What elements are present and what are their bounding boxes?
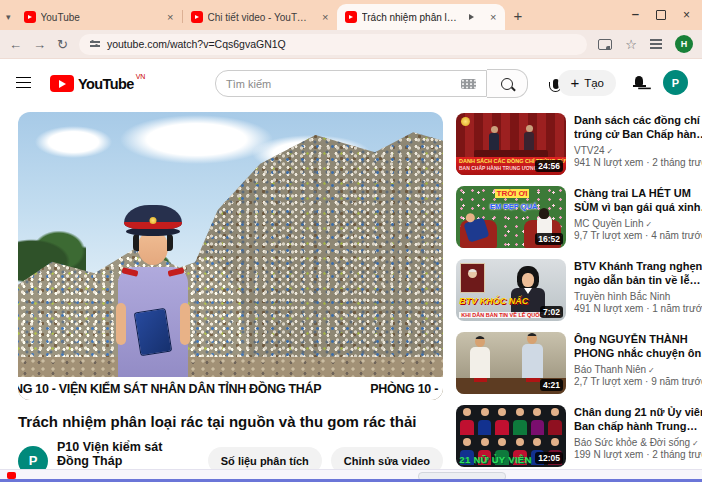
duration-badge: 7:02 <box>540 306 563 318</box>
tab-list-icon[interactable] <box>650 43 662 45</box>
video-thumbnail[interactable]: BTV KHÓC NẤC KHI DẪN BẢN TIN VỀ LỄ QUỐC … <box>456 259 566 321</box>
url-field[interactable]: youtube.com/watch?v=Cqs6gvaGN1Q <box>79 34 587 55</box>
video-player[interactable]: NG 10 - VIỆN KIỂM SÁT NHÂN DÂN TỈNH ĐỒNG… <box>18 112 443 400</box>
suggested-title[interactable]: Ông NGUYỄN THÀNH PHONG nhắc chuyện ông Đ… <box>574 332 702 361</box>
suggested-title[interactable]: Chân dung 21 nữ Ủy viên Ban chấp hành Tr… <box>574 405 702 434</box>
browser-profile-avatar[interactable]: H <box>675 35 693 53</box>
browser-window: ▾ YouTube × Chi tiết video - YouTube Stu… <box>0 0 702 482</box>
account-avatar[interactable]: P <box>663 70 688 95</box>
duration-badge: 4:21 <box>540 379 563 391</box>
keyboard-icon[interactable] <box>461 79 476 89</box>
cast-icon[interactable] <box>598 39 612 50</box>
thumbnail-caption: TRỜI ƠI <box>495 189 530 198</box>
suggested-title[interactable]: Danh sách các đồng chí trúng cử Ban Chấp… <box>574 113 702 142</box>
reload-icon[interactable]: ↻ <box>57 38 68 51</box>
channel-name[interactable]: P10 Viện kiểm sát Đồng Tháp <box>57 440 186 468</box>
plus-icon: + <box>570 74 579 91</box>
notifications-bell-icon[interactable] <box>633 76 646 89</box>
youtube-logo-text: YouTube <box>78 76 134 92</box>
youtube-logo[interactable]: YouTube VN <box>50 73 145 92</box>
video-info: BTV Khánh Trang nghẹn ngào dẫn bản tin v… <box>574 259 702 321</box>
video-info: Ông NGUYỄN THÀNH PHONG nhắc chuyện ông Đ… <box>574 332 702 394</box>
forward-icon[interactable]: → <box>33 38 46 51</box>
site-settings-icon[interactable] <box>90 41 100 43</box>
header-actions: + Tạo P <box>558 59 688 106</box>
video-thumbnail[interactable]: TRỜI ƠI EM ĐẸP QUÁ 16:52 <box>456 186 566 248</box>
maximize-button[interactable] <box>656 10 666 20</box>
tab-title: YouTube <box>41 12 80 23</box>
portrait <box>547 407 563 435</box>
video-thumbnail[interactable]: 4:21 <box>456 332 566 394</box>
tab-active-watch-page[interactable]: Trách nhiệm phân loại rác t... × <box>337 4 505 30</box>
suggested-channel[interactable]: Truyền hình Bắc Ninh <box>574 291 702 302</box>
face <box>138 231 168 265</box>
youtube-favicon <box>7 472 16 479</box>
hamburger-menu-icon[interactable] <box>16 82 31 84</box>
official-figure <box>522 344 543 378</box>
tab-search-chevron-icon[interactable]: ▾ <box>6 12 11 22</box>
suggested-meta: 941 N lượt xem · 2 tháng trước <box>574 157 702 168</box>
cap-emblem <box>149 217 156 224</box>
portrait <box>477 407 493 435</box>
bookmark-star-icon[interactable]: ☆ <box>625 38 637 51</box>
suggestions-sidebar: DANH SÁCH CÁC ĐỒNG CHÍ TRÚNG CỬ BAN CHẤP… <box>456 112 702 481</box>
search-button[interactable] <box>487 69 528 98</box>
thumbnail-caption: 21 NỮ ỦY VIÊN <box>459 454 531 465</box>
suggested-meta: 491 N lượt xem · 1 năm trước <box>574 303 702 314</box>
suggested-title[interactable]: BTV Khánh Trang nghẹn ngào dẫn bản tin v… <box>574 259 702 288</box>
name-plate <box>474 378 487 382</box>
video-thumbnail[interactable]: 21 NỮ ỦY VIÊN 12:05 <box>456 405 566 467</box>
tab-strip: ▾ YouTube × Chi tiết video - YouTube Stu… <box>0 0 702 30</box>
suggested-channel[interactable]: MC Quyền Linh✓ <box>574 218 702 229</box>
tab-youtube[interactable]: YouTube × <box>16 4 182 30</box>
suggested-video[interactable]: 21 NỮ ỦY VIÊN 12:05 Chân dung 21 nữ Ủy v… <box>456 405 702 467</box>
suggested-channel[interactable]: Báo Thanh Niên✓ <box>574 364 702 375</box>
cloud <box>120 115 273 164</box>
suggested-video[interactable]: TRỜI ƠI EM ĐẸP QUÁ 16:52 Chàng trai LA H… <box>456 186 702 248</box>
create-button[interactable]: + Tạo <box>558 70 616 96</box>
portraits-row <box>458 407 564 435</box>
portrait <box>512 407 528 435</box>
suggested-video[interactable]: 4:21 Ông NGUYỄN THÀNH PHONG nhắc chuyện … <box>456 332 702 394</box>
duration-badge: 16:52 <box>535 233 563 245</box>
video-thumbnail[interactable]: DANH SÁCH CÁC ĐỒNG CHÍ TRÚNG CỬ BAN CHẤP… <box>456 113 566 175</box>
search-icon <box>501 78 513 90</box>
youtube-favicon <box>191 11 203 23</box>
youtube-region-label: VN <box>136 73 146 80</box>
new-tab-button[interactable]: + <box>514 7 523 24</box>
thumbnail-caption: BTV KHÓC NẤC <box>459 296 528 306</box>
suggested-channel[interactable]: Báo Sức khỏe & Đời sống✓ <box>574 437 702 448</box>
url-text[interactable]: youtube.com/watch?v=Cqs6gvaGN1Q <box>107 38 286 50</box>
window-controls: – × <box>620 0 702 30</box>
youtube-play-icon <box>50 75 74 92</box>
primary-column: NG 10 - VIỆN KIỂM SÁT NHÂN DÂN TỈNH ĐỒNG… <box>18 112 443 481</box>
suggested-video[interactable]: DANH SÁCH CÁC ĐỒNG CHÍ TRÚNG CỬ BAN CHẤP… <box>456 113 702 175</box>
youtube-favicon <box>345 11 357 23</box>
duration-badge: 12:05 <box>535 452 563 464</box>
portrait <box>494 407 510 435</box>
back-icon[interactable]: ← <box>9 38 22 51</box>
suggested-video[interactable]: BTV KHÓC NẤC KHI DẪN BẢN TIN VỀ LỄ QUỐC … <box>456 259 702 321</box>
tab-audio-icon[interactable] <box>469 14 477 20</box>
tab-close-icon[interactable]: × <box>322 12 328 23</box>
suggested-title[interactable]: Chàng trai LA HÉT UM SÙM vì bạn gái quá … <box>574 186 702 215</box>
video-info: Chàng trai LA HÉT UM SÙM vì bạn gái quá … <box>574 186 702 248</box>
tab-close-icon[interactable]: × <box>167 12 173 23</box>
video-info: Chân dung 21 nữ Ủy viên Ban chấp hành Tr… <box>574 405 702 467</box>
memorial-portrait <box>460 263 485 294</box>
video-info: Danh sách các đồng chí trúng cử Ban Chấp… <box>574 113 702 175</box>
search-placeholder: Tìm kiếm <box>226 78 271 90</box>
search-input[interactable]: Tìm kiếm <box>215 70 487 97</box>
tab-close-icon[interactable]: × <box>490 12 496 23</box>
blue-notebook <box>135 309 171 355</box>
tab-youtube-studio[interactable]: Chi tiết video - YouTube Studio × <box>183 4 337 30</box>
close-button[interactable]: × <box>683 8 690 22</box>
verified-icon: ✓ <box>648 366 655 375</box>
verified-icon: ✓ <box>692 439 699 448</box>
minimize-button[interactable]: – <box>632 6 639 21</box>
ticker-text-right: PHÒNG 10 - <box>370 382 438 396</box>
tab-title: Trách nhiệm phân loại rác t... <box>362 12 462 23</box>
suggested-channel[interactable]: VTV24✓ <box>574 145 702 156</box>
youtube-header: YouTube VN Tìm kiếm + Tạo P <box>0 59 702 106</box>
address-bar: ← → ↻ youtube.com/watch?v=Cqs6gvaGN1Q ☆ … <box>0 30 702 59</box>
